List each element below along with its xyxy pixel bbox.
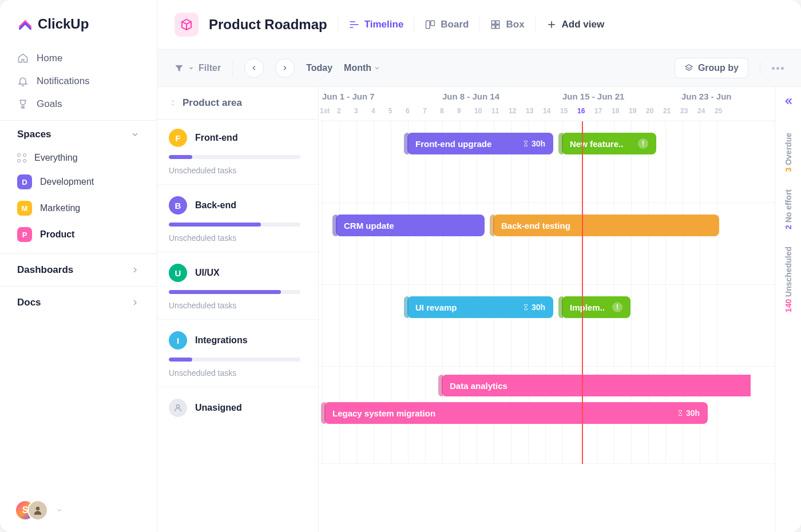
unscheduled-tasks-label[interactable]: Unscheduled tasks: [169, 368, 307, 378]
space-product[interactable]: P Product: [11, 221, 145, 248]
view-timeline-label: Timeline: [364, 19, 404, 30]
add-view-label: Add view: [562, 19, 605, 30]
day-label: 12: [509, 107, 516, 115]
svg-point-7: [176, 405, 179, 408]
app-logo[interactable]: ClickUp: [0, 0, 157, 42]
svg-rect-2: [431, 21, 435, 25]
divider: [338, 17, 338, 33]
prev-button[interactable]: [244, 58, 264, 78]
task-label: Front-end upgrade: [415, 139, 491, 149]
group-badge: B: [169, 196, 187, 215]
group-label: UI/UX: [195, 268, 220, 278]
space-badge: M: [17, 201, 32, 216]
nav-notifications-label: Notifications: [37, 76, 90, 87]
space-product-label: Product: [40, 229, 74, 240]
space-marketing[interactable]: M Marketing: [11, 195, 145, 221]
group-backend[interactable]: BBack-end Unscheduled tasks: [157, 184, 318, 246]
unscheduled-tasks-label[interactable]: Unscheduled tasks: [169, 301, 307, 310]
space-badge: P: [17, 227, 32, 242]
nav-goals[interactable]: Goals: [11, 93, 145, 116]
page-title: Product Roadmap: [209, 17, 327, 33]
group-frontend[interactable]: FFront-end Unscheduled tasks: [157, 120, 318, 178]
week-label: Jun 1 - Jun 7: [322, 92, 375, 101]
task-label: Back-end testing: [501, 221, 570, 231]
more-button[interactable]: [772, 67, 784, 70]
track-row: Data analytics Legacy system migration 3…: [319, 367, 801, 464]
day-label: 9: [457, 107, 461, 115]
task-bar-front-end-upgrade[interactable]: Front-end upgrade 30h: [407, 133, 553, 154]
group-badge: U: [169, 264, 187, 282]
sort-icon: [169, 99, 177, 107]
week-label: Jun 15 - Jun 21: [562, 92, 624, 101]
group-by-label: Group by: [698, 63, 739, 73]
nav-notifications[interactable]: Notifications: [11, 70, 145, 93]
nav-dashboards[interactable]: Dashboards: [0, 253, 157, 286]
group-uiux[interactable]: UUI/UX Unscheduled tasks: [157, 252, 318, 313]
nav-dashboards-label: Dashboards: [17, 264, 73, 276]
chevron-right-icon: [130, 265, 140, 275]
filter-button[interactable]: Filter: [175, 63, 221, 73]
column-header[interactable]: Product area: [157, 87, 318, 120]
scale-dropdown[interactable]: Month: [344, 63, 380, 73]
user-outline-icon: [173, 403, 183, 412]
nav-home[interactable]: Home: [11, 47, 145, 70]
chevron-left-icon: [250, 64, 258, 72]
space-development[interactable]: D Development: [11, 169, 145, 195]
collapse-panel-button[interactable]: [775, 87, 801, 116]
task-bar-crm-update[interactable]: CRM update: [336, 215, 485, 236]
spaces-header[interactable]: Spaces: [0, 120, 157, 146]
task-hours: 30h: [532, 303, 545, 312]
view-board[interactable]: Board: [425, 19, 469, 30]
count-overdue[interactable]: 3 Overdue: [784, 133, 793, 172]
unscheduled-tasks-label[interactable]: Unscheduled tasks: [169, 233, 307, 243]
day-label: 25: [715, 107, 722, 115]
next-button[interactable]: [275, 58, 295, 78]
cube-icon: [180, 18, 193, 31]
page-icon: [175, 13, 199, 37]
today-button[interactable]: Today: [306, 63, 332, 73]
group-by-button[interactable]: Group by: [675, 58, 748, 78]
progress-bar: [169, 290, 300, 294]
group-label: Back-end: [195, 200, 236, 211]
task-bar-back-end-testing[interactable]: Back-end testing: [493, 215, 719, 236]
task-bar-ui-revamp[interactable]: UI revamp 30h: [407, 296, 553, 318]
view-timeline[interactable]: Timeline: [348, 19, 404, 30]
view-box[interactable]: Box: [490, 19, 524, 30]
nav-docs[interactable]: Docs: [0, 286, 157, 319]
task-bar-legacy-migration[interactable]: Legacy system migration 30h: [324, 402, 708, 424]
chevron-right-icon: [130, 298, 140, 307]
week-label: Jun 8 - Jun 14: [442, 92, 499, 101]
day-label: 7: [423, 107, 427, 115]
space-everything[interactable]: Everything: [11, 147, 145, 169]
hourglass-icon: [677, 409, 684, 417]
day-label: 20: [646, 107, 653, 115]
task-label: Implem..: [570, 303, 605, 312]
warning-icon: !: [638, 138, 648, 149]
count-unscheduled[interactable]: 140 Unscheduled: [784, 247, 793, 312]
user-menu[interactable]: S: [0, 489, 157, 532]
divider: [414, 17, 414, 33]
divider: [760, 60, 760, 76]
count-no-effort[interactable]: 2 No effort: [784, 189, 793, 229]
nav-docs-label: Docs: [17, 297, 41, 308]
unscheduled-tasks-label[interactable]: Unscheduled tasks: [169, 166, 307, 175]
divider: [479, 17, 479, 33]
timeline-header: 1st2345678910111213141516171819202123242…: [319, 87, 801, 121]
task-bar-implem[interactable]: Implem.. !: [562, 296, 631, 318]
task-bar-new-feature[interactable]: New feature.. !: [562, 133, 656, 154]
day-label: 3: [354, 107, 358, 115]
view-box-label: Box: [506, 19, 524, 30]
filter-icon: [175, 63, 184, 73]
view-board-label: Board: [441, 19, 469, 30]
group-badge: F: [169, 129, 187, 147]
day-label: 15: [560, 107, 568, 115]
nav-goals-label: Goals: [37, 98, 62, 110]
task-label: CRM update: [344, 221, 394, 231]
task-bar-data-analytics[interactable]: Data analytics: [442, 375, 751, 396]
day-label: 13: [526, 107, 533, 115]
hourglass-icon: [522, 140, 529, 148]
group-unassigned[interactable]: Unasigned: [157, 387, 318, 420]
add-view-button[interactable]: Add view: [546, 19, 605, 30]
group-integrations[interactable]: IIntegrations Unscheduled tasks: [157, 319, 318, 381]
scale-label: Month: [344, 63, 371, 73]
